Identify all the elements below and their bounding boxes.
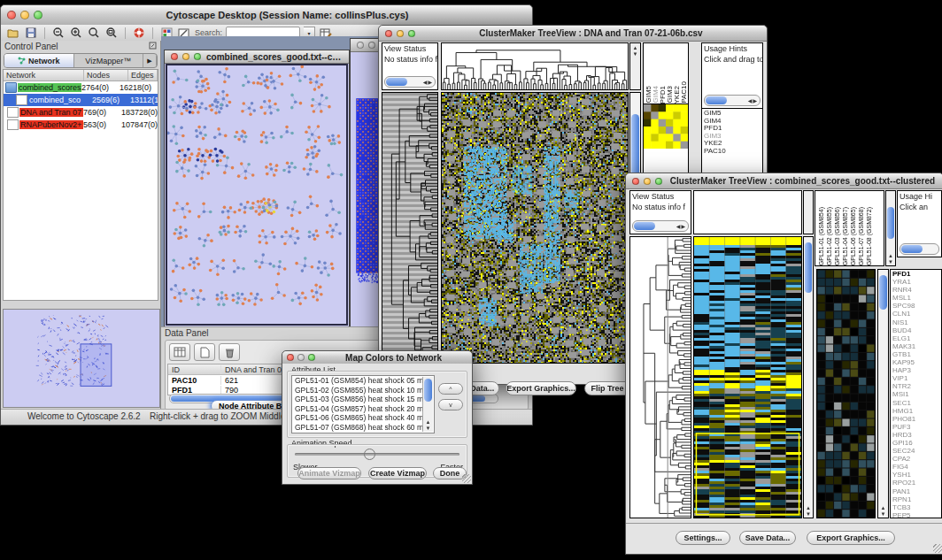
gene-label[interactable]: GPI16 <box>891 439 941 447</box>
settings-button[interactable]: Settings... <box>676 531 730 545</box>
gene-label[interactable]: RPN1 <box>891 495 941 503</box>
gene-label[interactable]: TCB3 <box>891 503 941 511</box>
select-attributes-icon[interactable] <box>169 343 190 361</box>
animate-vizmap-button[interactable]: Animate Vizmap <box>297 467 361 479</box>
scrollbar-thumb[interactable] <box>805 242 812 293</box>
column-label[interactable]: GPL51-08 (GSM872) <box>865 207 873 265</box>
gene-label[interactable]: MSL1 <box>891 294 941 302</box>
scrollbar-arrows[interactable]: ▲▼ <box>630 45 640 58</box>
attribute-item[interactable]: GPL51-06 (GSM865) heat shock 40 min <box>292 413 434 423</box>
tv1-dendro-scroll-strip[interactable]: ▲▼ <box>629 42 641 90</box>
tv1-hints-hscrollbar[interactable]: ◀▶ <box>704 95 761 106</box>
network-row[interactable]: combined_scores 2764(0) 16218(0) <box>4 81 158 94</box>
tab-vizmapper[interactable]: VizMapper™ <box>74 54 144 67</box>
tv1-top-dendro[interactable] <box>442 43 628 89</box>
tv2-left-dendro[interactable] <box>630 237 691 518</box>
minimize-button[interactable] <box>182 53 189 60</box>
network-row[interactable]: combined_sco 2569(6) 13112(15) <box>4 94 158 106</box>
zoom-fit-icon[interactable] <box>104 27 119 40</box>
close-button[interactable] <box>287 354 294 361</box>
gene-label[interactable]: PEP5 <box>891 511 941 518</box>
zoom-button[interactable] <box>194 53 201 60</box>
gene-label[interactable]: VIP1 <box>891 374 941 382</box>
scrollbar-arrows[interactable]: ◀▶ <box>748 97 760 104</box>
tv1-heatmap[interactable] <box>442 93 628 363</box>
column-label[interactable]: GPL51-06 (GSM865) <box>849 207 857 265</box>
gene-label[interactable]: NTR2 <box>891 382 941 390</box>
column-label[interactable]: PAC10 <box>681 81 688 104</box>
gene-label[interactable]: BUD4 <box>891 326 941 334</box>
tv2-dendro-scroll-strip[interactable] <box>803 190 814 234</box>
dialog-titlebar[interactable]: Map Colors to Network <box>282 351 472 364</box>
gene-label[interactable]: KAP95 <box>891 358 941 366</box>
export-graphics-button[interactable]: Export Graphics... <box>807 531 895 545</box>
scrollbar-thumb[interactable] <box>424 379 432 402</box>
gene-label[interactable]: NIS1 <box>891 318 941 326</box>
tv2-heatmap[interactable] <box>694 237 801 518</box>
gene-label[interactable]: SPC98 <box>891 302 941 310</box>
zoom-selected-icon[interactable] <box>87 27 101 40</box>
network-row[interactable]: RNAPuberNov2+ 563(0) 107847(0) <box>4 119 158 131</box>
minimize-button[interactable] <box>397 30 404 37</box>
attribute-item[interactable]: GPL51-07 (GSM868) heat shock 60 min <box>292 423 434 433</box>
scrollbar-arrows[interactable]: ▲▼ <box>423 419 433 432</box>
treeview2-titlebar[interactable]: ClusterMaker TreeView : combined_scores_… <box>626 173 942 189</box>
column-label[interactable]: GPL51-07 (GSM868) <box>857 207 865 265</box>
tv1-status-hscrollbar[interactable]: ◀▶ <box>384 76 436 88</box>
scrollbar-arrows[interactable]: ◀▶ <box>676 223 688 229</box>
gene-label[interactable]: RPO21 <box>891 479 941 487</box>
open-file-icon[interactable] <box>6 27 20 40</box>
resize-grip[interactable] <box>462 474 471 483</box>
attribute-item[interactable]: GPL51-02 (GSM855) heat shock 10 min <box>292 386 434 395</box>
tv1-matrix[interactable] <box>644 104 688 149</box>
cytoscape-titlebar[interactable]: Cytoscape Desktop (Session Name: collins… <box>1 5 532 26</box>
gene-label[interactable]: PAC10 <box>702 148 762 156</box>
gene-label[interactable]: CPA2 <box>891 455 941 463</box>
gene-label[interactable]: YRA1 <box>891 278 941 286</box>
column-label[interactable]: GPL51-02 (GSM855) <box>825 207 833 265</box>
zoom-out-icon[interactable] <box>51 27 66 40</box>
column-label[interactable]: GPL51-01 (GSM854) <box>817 207 825 265</box>
scrollbar-thumb[interactable] <box>887 207 894 238</box>
network-window1-titlebar[interactable]: combined_scores_good.txt--cluste... <box>165 50 349 64</box>
gene-label[interactable]: SEC24 <box>891 447 941 455</box>
attribute-item[interactable]: GPL51-03 (GSM856) heat shock 15 min <box>292 395 434 404</box>
gene-label[interactable]: HMG1 <box>891 407 941 415</box>
tv1-left-dendro[interactable] <box>382 93 437 363</box>
tv2-labels-vscrollbar[interactable]: ▲▼ <box>885 190 896 266</box>
network-row[interactable]: DNA and Tran 07 769(0) 183728(0) <box>4 106 158 119</box>
gene-label[interactable]: RNR4 <box>891 286 941 294</box>
save-data-button[interactable]: Save Data... <box>739 531 796 545</box>
save-icon[interactable] <box>24 27 38 40</box>
gene-label[interactable]: HRD3 <box>891 431 941 439</box>
animation-slider-thumb[interactable] <box>364 449 375 460</box>
gene-label[interactable]: MAK31 <box>891 342 941 350</box>
new-attribute-icon[interactable] <box>194 343 215 361</box>
tv2-genes-vscrollbar[interactable]: ▲▼ <box>877 269 889 518</box>
attribute-item[interactable]: GPL51-04 (GSM857) heat shock 20 min <box>292 404 434 414</box>
close-button[interactable] <box>171 53 178 60</box>
scrollbar-thumb[interactable] <box>901 245 923 253</box>
column-label[interactable]: GPL51-04 (GSM857) <box>841 207 849 265</box>
scrollbar-arrows[interactable]: ▲▼ <box>886 253 895 265</box>
create-vizmap-button[interactable]: Create Vizmap <box>368 467 427 479</box>
close-button[interactable] <box>357 42 364 49</box>
tv2-heatmap-vscrollbar[interactable]: ▲▼ <box>803 236 814 518</box>
float-icon[interactable] <box>149 42 157 51</box>
treeview1-titlebar[interactable]: ClusterMaker TreeView : DNA and Tran 07-… <box>379 26 767 42</box>
attribute-item[interactable]: GPL51-01 (GSM854) heat shock 05 min <box>292 376 434 386</box>
scrollbar-arrows[interactable]: ▲▼ <box>804 505 813 518</box>
tab-network[interactable]: Network <box>4 54 74 67</box>
gene-label[interactable]: GTB1 <box>891 350 941 358</box>
tv2-status-hscrollbar[interactable]: ◀▶ <box>632 220 689 232</box>
zoom-button[interactable] <box>308 354 315 361</box>
scrollbar-thumb[interactable] <box>634 222 655 230</box>
move-down-button[interactable]: v <box>438 399 463 410</box>
gene-label[interactable]: PFD1 <box>891 270 941 278</box>
close-button[interactable] <box>385 30 392 37</box>
move-up-button[interactable]: ^ <box>438 383 463 395</box>
export-graphics-button[interactable]: Export Graphics... <box>506 381 576 395</box>
gene-label[interactable]: YSH1 <box>891 471 941 479</box>
gene-label[interactable]: PAN1 <box>891 487 941 495</box>
gene-label[interactable]: MSI1 <box>891 390 941 398</box>
